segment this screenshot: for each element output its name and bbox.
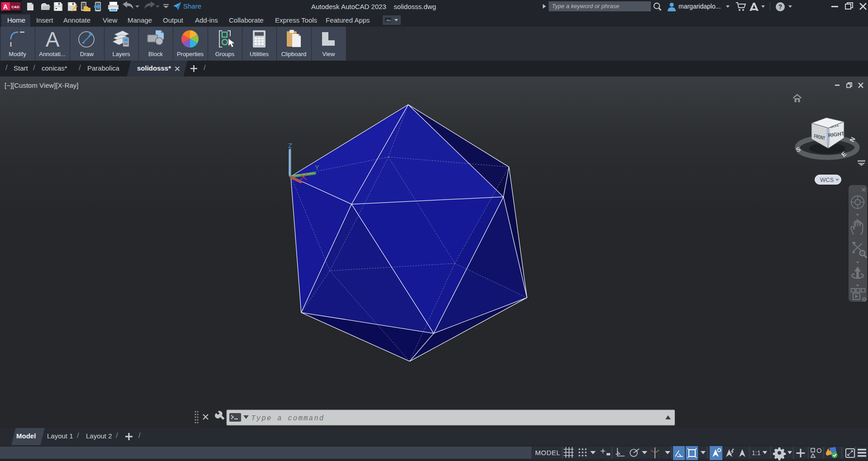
svg-text:?: ? bbox=[778, 3, 783, 10]
svg-text:Z: Z bbox=[288, 142, 292, 149]
svg-text:Type a command: Type a command bbox=[251, 414, 324, 423]
svg-text:A: A bbox=[3, 3, 8, 10]
svg-text:A: A bbox=[46, 29, 60, 49]
svg-text:1:1: 1:1 bbox=[752, 449, 761, 456]
svg-text:CAD: CAD bbox=[11, 5, 19, 9]
svg-text:Y: Y bbox=[315, 163, 319, 171]
svg-text:Share: Share bbox=[183, 2, 201, 10]
